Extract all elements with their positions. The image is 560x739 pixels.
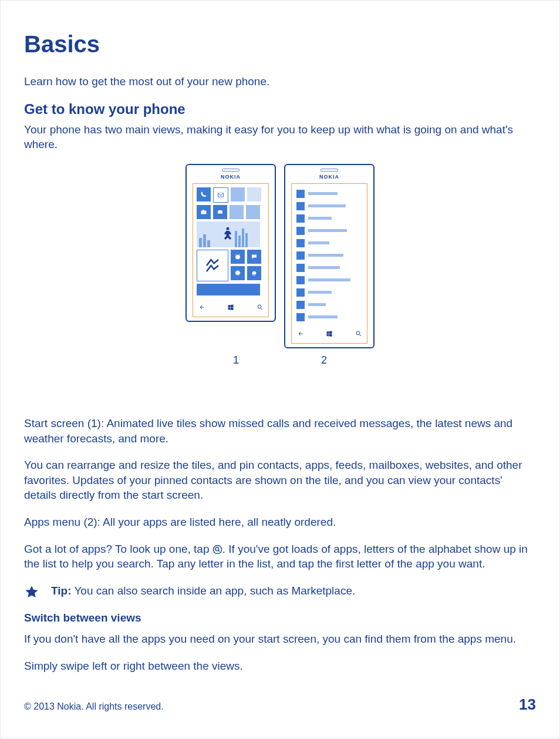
- tip-body: You can also search inside an app, such …: [71, 585, 355, 597]
- paragraph-lookup: Got a lot of apps? To look up one, tap .…: [24, 542, 536, 572]
- tile-chat-icon: [247, 250, 261, 264]
- app-list-row: [296, 288, 362, 297]
- back-icon: [198, 303, 205, 313]
- phone-navbar: [193, 300, 268, 317]
- figure-captions: 1 2: [24, 354, 536, 367]
- app-label-placeholder: [308, 291, 332, 294]
- tip-text: Tip: You can also search inside an app, …: [51, 583, 355, 599]
- tile-generic: [246, 205, 260, 219]
- tile-games-icon: [213, 205, 227, 219]
- star-icon: [24, 585, 39, 600]
- tile-ie-icon: [247, 266, 261, 280]
- search-icon: [355, 329, 362, 340]
- app-icon: [296, 301, 305, 309]
- app-label-placeholder: [308, 241, 329, 244]
- paragraph-switch-2: Simply swipe left or right between the v…: [24, 659, 536, 674]
- section-heading-get-to-know: Get to know your phone: [24, 101, 536, 117]
- tile-generic: [231, 187, 245, 201]
- app-label-placeholder: [308, 204, 346, 207]
- svg-point-7: [356, 331, 360, 335]
- tile-generic: [230, 205, 244, 219]
- subheading-switch-views: Switch between views: [24, 612, 536, 624]
- tile-phone-icon: [197, 187, 211, 201]
- intro-paragraph: Learn how to get the most out of your ne…: [24, 74, 536, 89]
- svg-rect-3: [203, 210, 204, 211]
- phone-screen-apps: [291, 183, 367, 344]
- figure-phone-apps: NOKIA: [284, 164, 375, 348]
- app-icon: [296, 264, 305, 272]
- app-list-row: [296, 214, 362, 223]
- svg-point-6: [258, 305, 261, 308]
- tile-large-app-icon: [197, 250, 228, 281]
- text-lookup-before: Got a lot of apps? To look up one, tap: [24, 543, 212, 555]
- app-label-placeholder: [308, 217, 332, 220]
- app-list-row: [296, 190, 362, 198]
- tile-wide-illustration: [197, 221, 260, 247]
- app-icon: [296, 288, 305, 297]
- app-list-row: [296, 264, 362, 272]
- phone-logo: NOKIA: [221, 174, 241, 180]
- app-list-row: [296, 313, 362, 321]
- app-icon: [296, 202, 305, 210]
- app-label-placeholder: [308, 254, 343, 257]
- app-icon: [296, 190, 305, 198]
- tile-alarm-icon: [231, 250, 245, 264]
- phone-speaker: [321, 169, 338, 172]
- app-label-placeholder: [308, 303, 326, 306]
- windows-icon: [326, 329, 333, 340]
- page-title: Basics: [24, 31, 536, 58]
- app-label-placeholder: [308, 278, 350, 281]
- tile-camera-icon: [197, 205, 211, 219]
- app-icon: [296, 239, 305, 247]
- app-list-row: [296, 202, 362, 210]
- page-footer: © 2013 Nokia. All rights reserved. 13: [24, 696, 536, 714]
- app-label-placeholder: [308, 229, 347, 232]
- paragraph-start-screen: Start screen (1): Animated live tiles sh…: [24, 416, 536, 446]
- tip-row: Tip: You can also search inside an app, …: [24, 583, 536, 600]
- figure-phone-start: NOKIA: [185, 164, 276, 348]
- phone-logo: NOKIA: [319, 174, 339, 180]
- back-icon: [296, 329, 303, 340]
- svg-point-9: [215, 547, 219, 551]
- app-icon: [296, 227, 305, 235]
- page-number: 13: [519, 696, 536, 714]
- phone-frame: NOKIA: [284, 164, 375, 348]
- app-icon: [296, 251, 305, 260]
- section-lead: Your phone has two main views, making it…: [24, 122, 536, 152]
- paragraph-switch-1: If you don't have all the apps you need …: [24, 631, 536, 647]
- tile-settings-icon: [231, 266, 245, 280]
- svg-point-8: [213, 545, 221, 553]
- paragraph-rearrange: You can rearrange and resize the tiles, …: [24, 458, 536, 503]
- phone-screen-start: [193, 183, 269, 317]
- tile-strip: [197, 284, 260, 295]
- document-page: Basics Learn how to get the most out of …: [0, 0, 560, 739]
- tile-generic: [247, 187, 261, 201]
- figure-caption-1: 1: [230, 354, 242, 367]
- phone-speaker: [222, 169, 239, 172]
- app-label-placeholder: [308, 315, 338, 318]
- search-circle-icon: [212, 545, 222, 555]
- app-icon: [296, 276, 305, 284]
- phones-figure: NOKIA: [24, 164, 536, 348]
- windows-icon: [227, 303, 234, 313]
- app-icon: [296, 214, 305, 223]
- figure-caption-2: 2: [318, 354, 330, 367]
- tip-label: Tip:: [51, 585, 71, 597]
- app-list-row: [296, 276, 362, 284]
- app-list-row: [296, 251, 362, 260]
- phone-frame: NOKIA: [185, 164, 276, 322]
- tile-mail-icon: [213, 187, 228, 203]
- app-label-placeholder: [308, 266, 340, 269]
- paragraph-apps-menu: Apps menu (2): All your apps are listed …: [24, 515, 536, 530]
- app-icon: [296, 313, 305, 321]
- svg-point-2: [203, 211, 205, 213]
- app-list-row: [296, 227, 362, 235]
- app-list-row: [296, 239, 362, 247]
- search-icon: [257, 303, 264, 313]
- app-list-row: [296, 301, 362, 309]
- copyright-text: © 2013 Nokia. All rights reserved.: [24, 701, 164, 712]
- phone-navbar: [292, 327, 367, 343]
- app-label-placeholder: [308, 192, 338, 195]
